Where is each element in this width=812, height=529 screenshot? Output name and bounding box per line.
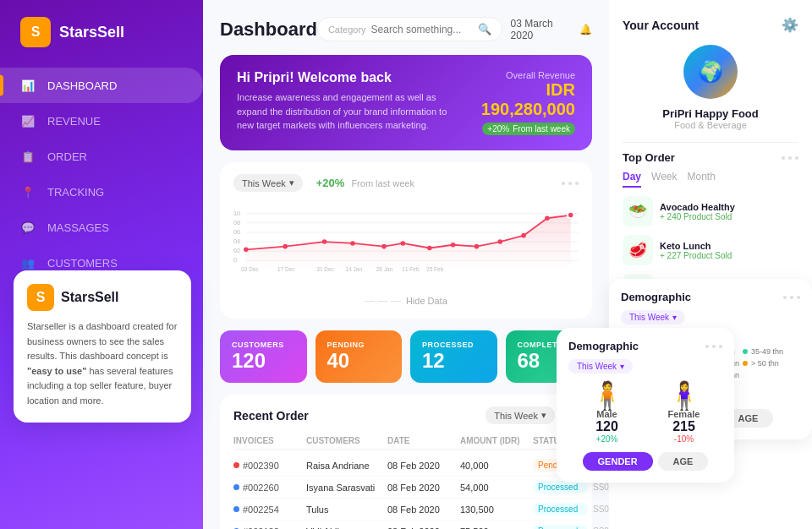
category-button[interactable]: Category <box>328 25 366 35</box>
male-change: +20% <box>590 434 624 444</box>
order-sold: + 227 Product Sold <box>660 251 732 260</box>
tab-day[interactable]: Day <box>623 171 641 188</box>
sidebar-item-revenue[interactable]: 📈 REVENUE <box>0 103 203 139</box>
demographic-main: Demographic This Week ▾ 🧍 Male 120 +20% … <box>557 328 734 483</box>
invoice-cell: #002254 <box>233 504 301 515</box>
stats-row: CUSTOMERS 120 PENDING 40 PROCESSED 12 CO… <box>220 330 592 383</box>
col-date: DATE <box>387 436 455 445</box>
svg-text:0: 0 <box>233 256 237 264</box>
account-title: Your Account <box>623 19 699 32</box>
invoice-cell: #002260 <box>233 483 301 493</box>
avatar: 🌍 <box>683 45 738 99</box>
table-row: #002390 Raisa Andriane 08 Feb 2020 40,00… <box>233 455 579 477</box>
svg-point-22 <box>497 239 502 244</box>
svg-text:28 Jan: 28 Jan <box>376 266 393 272</box>
date-cell: 08 Feb 2020 <box>387 483 455 493</box>
divider <box>623 142 798 143</box>
week-select[interactable]: This Week ▾ <box>233 174 303 192</box>
amount-cell: 130,500 <box>460 504 528 515</box>
demo-main-title: Demographic <box>568 340 639 352</box>
date-cell: 08 Feb 2020 <box>387 461 455 471</box>
bell-icon[interactable]: 🔔 <box>579 24 592 35</box>
sidebar-item-tracking[interactable]: 📍 TRACKING <box>0 174 203 210</box>
chart-dot-2 <box>568 182 572 185</box>
order-item: 🥩 Keto Lunch + 227 Product Sold <box>623 235 798 265</box>
sidebar-item-massages[interactable]: 💬 MASSAGES <box>0 210 203 245</box>
sidebar: S StarsSell 📊 DASHBOARD 📈 REVENUE 📋 ORDE… <box>0 0 203 529</box>
revenue-info: Overall Revenue IDR 190,280,000 +20% Fro… <box>457 70 575 135</box>
date-cell: 08 Feb 2020 <box>387 504 455 515</box>
table-row: #002260 Isyana Sarasvati 08 Feb 2020 54,… <box>233 477 579 499</box>
search-input[interactable] <box>371 24 473 35</box>
svg-point-24 <box>545 215 550 221</box>
gear-icon[interactable]: ⚙️ <box>782 17 798 33</box>
amount-cell: 54,000 <box>460 483 528 493</box>
chart-change: +20% <box>316 177 345 189</box>
svg-point-21 <box>475 244 480 249</box>
sidebar-item-label: MASSAGES <box>47 221 109 234</box>
svg-marker-12 <box>246 215 571 270</box>
chevron-icon: ▾ <box>541 410 546 421</box>
status-badge: Processed <box>533 503 588 515</box>
recent-order-title: Recent Order <box>233 409 309 423</box>
gender-tab-main[interactable]: GENDER <box>583 452 653 471</box>
chevron-icon: ▾ <box>289 177 294 188</box>
search-icon[interactable]: 🔍 <box>478 23 491 35</box>
invoice-cell: #002133 <box>233 526 301 530</box>
recent-order-section: Recent Order This Week ▾ INVOICES CUSTOM… <box>220 395 592 529</box>
line-chart: 10 08 06 04 02 0 <box>233 200 579 285</box>
female-label: Female <box>667 409 701 419</box>
revenue-amount: IDR 190,280,000 <box>457 80 575 119</box>
sidebar-item-label: DASHBOARD <box>47 79 117 92</box>
order-image: 🥗 <box>623 196 653 226</box>
svg-point-13 <box>244 248 249 253</box>
donut-options[interactable] <box>783 296 800 299</box>
demo-options[interactable] <box>705 345 722 348</box>
popup-logo: S StarsSell <box>27 284 178 311</box>
hide-data-button[interactable]: Hide Data <box>406 296 447 306</box>
svg-text:10: 10 <box>233 210 240 217</box>
donut-week-badge[interactable]: This Week ▾ <box>621 310 685 324</box>
top-order-options[interactable] <box>782 156 798 160</box>
svg-text:14 Jan: 14 Jan <box>346 266 363 272</box>
order-rows: #002390 Raisa Andriane 08 Feb 2020 40,00… <box>233 455 579 529</box>
processed-label: PROCESSED <box>422 341 486 349</box>
female-value: 215 <box>667 419 701 434</box>
welcome-greeting: Hi Pripri! Welcome back <box>237 70 457 85</box>
age-tab-main[interactable]: AGE <box>658 452 709 471</box>
sidebar-item-order[interactable]: 📋 ORDER <box>0 139 203 174</box>
chevron-down-icon: ▾ <box>620 362 624 371</box>
chart-dot-3 <box>575 182 579 185</box>
customers-value: 120 <box>232 349 295 373</box>
chart-options[interactable] <box>562 182 579 185</box>
popup-card: S StarsSell Starseller is a dashboard cr… <box>14 270 191 423</box>
welcome-description: Increase awareness and engagement as wel… <box>237 90 457 133</box>
svg-text:06: 06 <box>233 228 240 236</box>
status-dot <box>233 484 239 490</box>
tracking-cell: SS0009JOD <box>593 483 609 492</box>
tracking-icon: 📍 <box>20 184 36 199</box>
top-order-tabs: Day Week Month <box>623 171 798 188</box>
account-name: PriPri Happy Food <box>623 107 798 120</box>
invoice-cell: #002390 <box>233 461 301 471</box>
massages-icon: 💬 <box>20 220 36 235</box>
order-name: Avocado Healthy <box>660 202 735 212</box>
search-bar[interactable]: Category 🔍 <box>317 17 502 41</box>
amount-cell: 40,000 <box>460 461 528 471</box>
customer-cell: Isyana Sarasvati <box>306 483 382 493</box>
sidebar-item-dashboard[interactable]: 📊 DASHBOARD <box>0 68 203 103</box>
main-content: Dashboard Category 🔍 03 March 2020 🔔 Hi … <box>203 0 609 529</box>
svg-point-15 <box>322 239 327 244</box>
popup-text: Starseller is a dashboard created for bu… <box>27 319 178 409</box>
chart-footer: — — — Hide Data <box>233 295 579 307</box>
order-icon: 📋 <box>20 149 36 164</box>
sidebar-item-label: REVENUE <box>47 115 101 128</box>
stat-card-customers: CUSTOMERS 120 <box>220 330 307 383</box>
recent-week-select[interactable]: This Week ▾ <box>486 406 555 424</box>
sidebar-logo: S StarsSell <box>0 17 145 68</box>
demo-week-badge[interactable]: This Week ▾ <box>568 359 633 374</box>
svg-text:25 Feb: 25 Feb <box>426 266 444 272</box>
tab-month[interactable]: Month <box>687 171 715 188</box>
pending-value: 40 <box>327 349 391 373</box>
tab-week[interactable]: Week <box>651 171 677 188</box>
